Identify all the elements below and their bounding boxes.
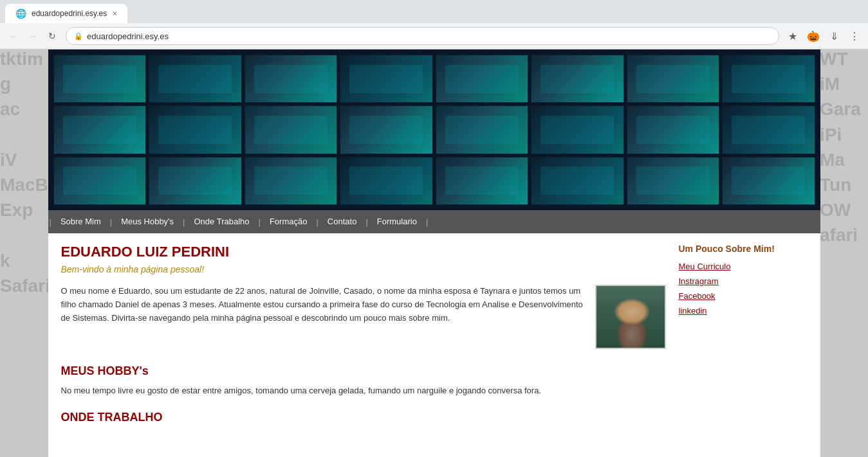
nav-separator: | [257, 217, 262, 227]
hero-cell [53, 55, 147, 103]
hero-cell [627, 157, 720, 205]
trabalho-title: ONDE TRABALHO [61, 411, 666, 424]
close-tab-button[interactable]: × [112, 8, 117, 19]
profile-photo-inner [596, 286, 665, 348]
lock-icon: 🔒 [74, 32, 83, 40]
tab-title: eduardopedrini.esy.es [32, 9, 107, 18]
hero-cell [436, 157, 529, 205]
hero-cell [722, 105, 815, 154]
nav-separator: | [364, 217, 369, 227]
hero-cell [531, 157, 624, 205]
sidebar-title: Um Pouco Sobre Mim! [679, 244, 808, 254]
hero-cell [245, 55, 338, 103]
sidebar-instagram-link[interactable]: Instragram [679, 276, 808, 286]
welcome-text: Bem-vindo à minha página pessoal! [61, 264, 666, 274]
profile-photo [595, 285, 666, 349]
hero-cell [149, 157, 242, 205]
active-tab[interactable]: 🌐 eduardopedrini.esy.es × [5, 4, 127, 23]
sidebar-facebook-link[interactable]: Facebook [679, 291, 808, 301]
back-button[interactable]: ← [5, 28, 22, 44]
nav-separator: | [425, 217, 429, 227]
download-button[interactable]: ⇓ [826, 28, 842, 44]
hero-cell [149, 105, 242, 154]
hobbies-title: MEUS HOBBY's [61, 364, 666, 378]
hero-cell [531, 55, 624, 103]
nav-formacao[interactable]: Formação [262, 210, 315, 233]
hero-cell [436, 55, 529, 103]
nav-separator: | [48, 217, 53, 227]
bio-text: O meu nome é Eduardo, sou um estudante d… [61, 285, 585, 349]
tab-bar: 🌐 eduardopedrini.esy.es × [0, 0, 868, 23]
forward-button[interactable]: → [24, 28, 41, 44]
profile-button[interactable]: 🎃 [805, 28, 822, 44]
hero-cell [722, 55, 815, 103]
browser-actions: ★ 🎃 ⇓ ⋮ [784, 28, 863, 44]
main-title: EDUARDO LUIZ PEDRINI [61, 244, 666, 260]
hero-cell [340, 105, 433, 154]
sidebar-curriculo-link[interactable]: Meu Curriculo [679, 262, 808, 271]
menu-button[interactable]: ⋮ [846, 28, 863, 44]
nav-buttons: ← → ↻ [5, 28, 60, 44]
browser-toolbar: ← → ↻ 🔒 eduardopedrini.esy.es ★ 🎃 ⇓ ⋮ [0, 23, 868, 49]
browser-chrome: 🌐 eduardopedrini.esy.es × ← → ↻ 🔒 eduard… [0, 0, 868, 49]
sidebar: Um Pouco Sobre Mim! Meu Curriculo Instra… [679, 244, 808, 431]
hero-cell [531, 105, 624, 154]
nav-meus-hobbys[interactable]: Meus Hobby's [113, 210, 181, 233]
nav-onde-trabalho[interactable]: Onde Trabalho [187, 210, 257, 233]
hero-cell [627, 105, 720, 154]
bookmark-button[interactable]: ★ [784, 28, 801, 44]
hero-cell [245, 105, 338, 154]
nav-sobre-mim[interactable]: Sobre Mim [53, 210, 109, 233]
hero-image [48, 49, 820, 210]
nav-separator: | [315, 217, 319, 227]
hobbies-text: No meu tempo livre eu gosto de estar ent… [61, 384, 666, 398]
tab-favicon: 🌐 [15, 8, 26, 19]
content-area: EDUARDO LUIZ PEDRINI Bem-vindo à minha p… [48, 233, 820, 441]
main-content: EDUARDO LUIZ PEDRINI Bem-vindo à minha p… [61, 244, 666, 431]
page-outer: | Sobre Mim | Meus Hobby's | Onde Trabal… [0, 49, 868, 457]
hero-cell [722, 157, 815, 205]
sidebar-linkedin-link[interactable]: linkedin [679, 306, 808, 316]
hero-cell [340, 55, 433, 103]
address-bar[interactable]: 🔒 eduardopedrini.esy.es [66, 27, 779, 45]
nav-separator: | [181, 217, 186, 227]
url-text: eduardopedrini.esy.es [87, 31, 169, 41]
reload-button[interactable]: ↻ [44, 28, 60, 44]
page-wrapper: | Sobre Mim | Meus Hobby's | Onde Trabal… [48, 49, 820, 457]
nav-bar: | Sobre Mim | Meus Hobby's | Onde Trabal… [48, 210, 820, 233]
hero-cell [53, 105, 147, 154]
bio-section: O meu nome é Eduardo, sou um estudante d… [61, 285, 666, 349]
hero-cell [627, 55, 720, 103]
hero-cell [149, 55, 242, 103]
hero-cell [436, 105, 529, 154]
nav-formulario[interactable]: Formulario [369, 210, 425, 233]
nav-separator: | [109, 217, 113, 227]
hero-cell [340, 157, 433, 205]
hero-cell [53, 157, 147, 205]
hero-cell [245, 157, 338, 205]
nav-contato[interactable]: Contato [320, 210, 365, 233]
hero-grid [48, 49, 820, 210]
